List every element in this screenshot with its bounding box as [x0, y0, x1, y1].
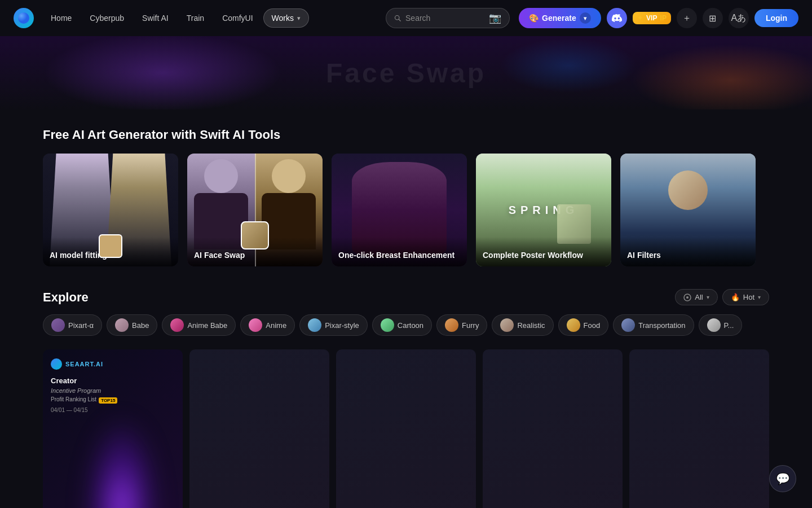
grid-view-icon[interactable]: ⊞ — [703, 8, 723, 28]
explore-title: Explore — [43, 290, 89, 305]
generate-chevron-icon: ▾ — [580, 12, 591, 24]
cat-anime-icon — [249, 318, 262, 332]
search-icon — [394, 14, 401, 23]
category-tags: Pixart-α Babe Anime Babe Anime Pixar-sty… — [43, 314, 769, 338]
creator-rank-label: Profit Ranking List — [51, 396, 96, 402]
cat-furry[interactable]: Furry — [436, 314, 487, 336]
nav-works[interactable]: Works ▾ — [263, 8, 309, 28]
cat-food[interactable]: Food — [558, 314, 609, 336]
logo[interactable] — [14, 8, 34, 28]
tool-card-face-swap[interactable]: AI Face Swap — [187, 154, 323, 266]
discord-button[interactable] — [607, 8, 627, 28]
creator-card-text: SEAART.AI Creator Incentive Program Prof… — [51, 358, 117, 413]
cat-pixart[interactable]: Pixart-α — [43, 314, 102, 336]
cat-pixart-icon — [51, 318, 65, 332]
login-button[interactable]: Login — [754, 9, 798, 27]
add-button[interactable]: ＋ — [677, 8, 697, 28]
cat-transportation[interactable]: Transportation — [613, 314, 694, 336]
cat-realistic[interactable]: Realistic — [492, 314, 553, 336]
cat-cartoon-icon — [381, 318, 394, 332]
cat-p-icon — [707, 318, 721, 332]
filter-all-icon — [683, 294, 691, 301]
image-grid-cell-3[interactable] — [336, 349, 476, 508]
nav-home[interactable]: Home — [43, 9, 80, 27]
image-grid: SEAART.AI Creator Incentive Program Prof… — [43, 349, 769, 508]
cat-transportation-icon — [621, 318, 635, 332]
cat-babe-icon — [115, 318, 129, 332]
tool-card-breast-label: One-click Breast Enhancement — [332, 237, 467, 266]
cat-cartoon[interactable]: Cartoon — [372, 314, 432, 336]
filter-all-chevron-icon: ▾ — [707, 294, 709, 300]
creator-card[interactable]: SEAART.AI Creator Incentive Program Prof… — [43, 349, 183, 508]
face-swap-divider — [255, 154, 256, 266]
creator-date: 04/01 — 04/15 — [51, 407, 117, 413]
nav-actions: 🎨 Generate ▾ ✦ VIP IP ＋ ⊞ Aあ Login — [519, 8, 798, 28]
support-icon: 💬 — [776, 472, 790, 485]
main-content: Free AI Art Generator with Swift AI Tool… — [0, 110, 812, 508]
creator-logo: SEAART.AI — [51, 358, 117, 370]
tools-section-title: Free AI Art Generator with Swift AI Tool… — [43, 128, 769, 142]
tool-card-filters-label: AI Filters — [620, 237, 756, 266]
camera-search-icon[interactable]: 📷 — [489, 12, 501, 24]
cat-p[interactable]: P... — [699, 314, 743, 336]
tool-card-ai-model[interactable]: AI model fitting — [43, 154, 178, 266]
filter-hot-chevron-icon: ▾ — [758, 294, 761, 300]
creator-logo-icon — [51, 358, 62, 370]
explore-header: Explore All ▾ 🔥 Hot ▾ — [43, 289, 769, 305]
support-button[interactable]: 💬 — [769, 465, 796, 492]
cat-pixar[interactable]: Pixar-style — [299, 314, 368, 336]
navbar: Home Cyberpub Swift AI Train ComfyUI Wor… — [0, 0, 812, 36]
cat-babe[interactable]: Babe — [107, 314, 157, 336]
creator-rank-badge: TOP15 — [99, 397, 117, 404]
creator-logo-label: SEAART.AI — [65, 361, 103, 367]
filter-hot-icon: 🔥 — [731, 293, 740, 301]
translate-icon[interactable]: Aあ — [729, 8, 749, 28]
svg-point-4 — [686, 296, 689, 299]
hero-banner: Face Swap — [0, 36, 812, 110]
nav-swift-ai[interactable]: Swift AI — [134, 9, 176, 27]
tools-grid: AI model fitting AI Face Swap — [43, 154, 769, 266]
filter-hot-btn[interactable]: 🔥 Hot ▾ — [722, 289, 769, 305]
nav-comfyui[interactable]: ComfyUI — [214, 9, 261, 27]
tool-card-poster[interactable]: SPRING Complete Poster Workflow — [476, 154, 611, 266]
face-small-overlay — [241, 221, 269, 249]
nav-cyberpub[interactable]: Cyberpub — [82, 9, 132, 27]
image-grid-cell-2[interactable] — [189, 349, 329, 508]
works-chevron-icon: ▾ — [297, 15, 301, 22]
cat-anime-babe-icon — [170, 318, 184, 332]
cat-food-icon — [567, 318, 580, 332]
cat-realistic-icon — [500, 318, 514, 332]
nav-links: Home Cyberpub Swift AI Train ComfyUI Wor… — [43, 8, 381, 28]
cat-pixar-icon — [308, 318, 321, 332]
image-grid-cell-5[interactable] — [629, 349, 769, 508]
generate-button[interactable]: 🎨 Generate ▾ — [519, 8, 601, 28]
cat-anime-babe[interactable]: Anime Babe — [162, 314, 236, 336]
svg-point-0 — [18, 12, 29, 24]
cat-furry-icon — [445, 318, 458, 332]
hero-overlay-text: Face Swap — [326, 58, 486, 89]
generate-icon: 🎨 — [529, 14, 539, 23]
filter-all-btn[interactable]: All ▾ — [675, 289, 717, 305]
cat-anime[interactable]: Anime — [240, 314, 295, 336]
creator-subheading: Incentive Program — [51, 387, 117, 394]
search-bar[interactable]: 📷 — [386, 8, 510, 28]
tool-card-filters[interactable]: AI Filters — [620, 154, 756, 266]
tool-card-breast[interactable]: One-click Breast Enhancement — [332, 154, 467, 266]
explore-filters: All ▾ 🔥 Hot ▾ — [675, 289, 769, 305]
tool-card-poster-label: Complete Poster Workflow — [476, 237, 611, 266]
nav-train[interactable]: Train — [179, 9, 212, 27]
vip-badge[interactable]: ✦ VIP IP — [633, 12, 671, 24]
creator-heading: Creator — [51, 376, 117, 385]
search-input[interactable] — [405, 14, 484, 23]
svg-line-2 — [399, 19, 400, 21]
image-grid-cell-4[interactable] — [483, 349, 623, 508]
